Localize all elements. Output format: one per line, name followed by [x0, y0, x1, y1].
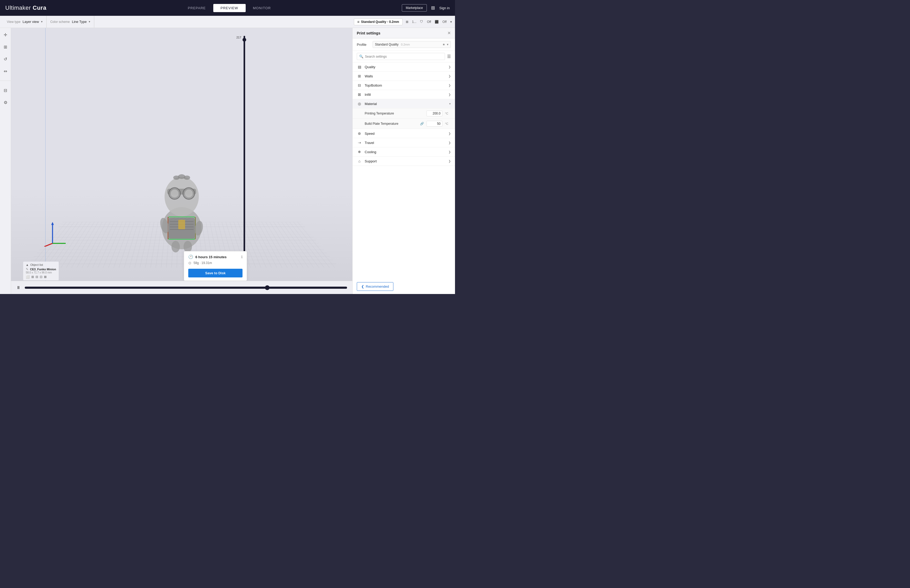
build-plate-value[interactable]: 50 — [427, 121, 442, 127]
color-scheme-label: Color scheme — [50, 20, 70, 24]
svg-marker-1 — [51, 222, 54, 225]
print-settings-panel: Print settings ✕ Profile Standard Qualit… — [352, 28, 455, 294]
profile-chevron[interactable]: ▾ — [447, 43, 448, 46]
scale-tool-icon[interactable]: ⊞ — [2, 43, 9, 50]
svg-line-2 — [44, 244, 52, 247]
material-chevron: ▾ — [449, 102, 451, 105]
panel-close-button[interactable]: ✕ — [448, 31, 451, 36]
settings-icon-sidebar[interactable]: ⚙ — [2, 99, 9, 106]
estimate-panel: 🕐 6 hours 15 minutes ℹ ⊙ 58g · 19.31m Sa… — [184, 251, 247, 281]
brand-regular: Ultimaker — [5, 5, 31, 11]
settings-item-speed[interactable]: ⊛ Speed ❯ — [352, 129, 455, 138]
support-setting-icon: ⌂ — [357, 159, 362, 163]
settings-icon: ≡ — [357, 20, 359, 24]
view-type-chevron[interactable]: ▾ — [41, 20, 43, 23]
signin-button[interactable]: Sign in — [439, 6, 450, 10]
slider-track — [244, 36, 245, 278]
recommended-button[interactable]: ❮ Recommended — [357, 282, 393, 291]
move-tool-icon[interactable]: ✛ — [2, 31, 9, 39]
nav-right: Marketplace ⊞ Sign in — [402, 4, 450, 11]
obj-icon-3[interactable]: ⊟ — [36, 275, 38, 279]
quality-badge: ≡ Standard Quality - 0.2mm — [354, 18, 402, 25]
toolbar-icons: ⊠ 1... ⛉ Off ⬛ Off ▾ — [406, 20, 452, 24]
settings-item-support[interactable]: ⌂ Support ❯ — [352, 157, 455, 166]
settings-item-infill[interactable]: ⊠ Infill ❯ — [352, 90, 455, 99]
mirror-tool-icon[interactable]: ⇔ — [2, 67, 9, 75]
color-scheme-select[interactable]: Line Type — [72, 20, 87, 24]
profile-row: Profile Standard Quality 0.2mm ★ ▾ — [352, 39, 455, 51]
marketplace-button[interactable]: Marketplace — [402, 4, 427, 11]
infill-icon: ⊠ — [406, 20, 408, 24]
svg-point-13 — [184, 176, 190, 180]
search-input[interactable] — [365, 55, 443, 58]
material-icon: ◎ — [357, 102, 362, 106]
color-scheme-section: Color scheme Line Type ▾ — [47, 16, 94, 27]
clock-icon: 🕐 — [188, 255, 193, 259]
estimate-time: 6 hours 15 minutes — [196, 255, 226, 259]
obj-icon-5[interactable]: ⊠ — [44, 275, 47, 279]
view-type-section: View type Layer view ▾ — [3, 16, 47, 27]
axes-indicator — [43, 220, 69, 247]
tab-prepare[interactable]: PREPARE — [180, 4, 213, 12]
weight-icon: ⊙ — [188, 261, 191, 265]
tab-monitor[interactable]: MONITOR — [246, 4, 278, 12]
link-icon[interactable]: 🔗 — [420, 122, 424, 126]
object-list-chevron[interactable]: ▲ — [26, 263, 29, 267]
obj-icon-2[interactable]: ⊞ — [31, 275, 34, 279]
printing-temp-value[interactable]: 200.0 — [427, 111, 442, 116]
settings-item-walls[interactable]: ⊞ Walls ❯ — [352, 72, 455, 81]
adhesion-icon: ⬛ — [435, 20, 439, 24]
topbottom-chevron: ❯ — [448, 84, 451, 87]
walls-icon: ⊞ — [357, 74, 362, 78]
settings-item-travel[interactable]: ⇢ Travel ❯ — [352, 138, 455, 147]
model-3d — [151, 155, 212, 255]
printing-temp-label: Printing Temperature — [365, 111, 424, 115]
settings-item-cooling[interactable]: ❄ Cooling ❯ — [352, 147, 455, 157]
toolbar: View type Layer view ▾ Color scheme Line… — [0, 16, 455, 28]
search-icon: 🔍 — [359, 55, 364, 58]
save-to-disk-button[interactable]: Save to Disk — [188, 269, 242, 278]
settings-item-quality[interactable]: ▤ Quality ❯ — [352, 62, 455, 72]
view-type-select[interactable]: Layer view — [23, 20, 39, 24]
play-button[interactable]: ⏸ — [16, 285, 21, 290]
travel-icon: ⇢ — [357, 141, 362, 145]
viewport: 217 ▲ Object list ✎ CE3_Funko Minion 58.… — [11, 28, 352, 294]
build-plate-unit: °C — [445, 122, 451, 125]
support-value: Off — [427, 20, 431, 24]
toolbar-chevron[interactable]: ▾ — [450, 20, 452, 24]
slider-thumb-top[interactable] — [242, 38, 246, 42]
settings-item-topbottom[interactable]: ⊟ Top/Bottom ❯ — [352, 81, 455, 90]
infill-setting-icon: ⊠ — [357, 92, 362, 97]
profile-label: Profile — [357, 43, 370, 47]
settings-list: ▤ Quality ❯ ⊞ Walls ❯ ⊟ Top/Bottom ❯ ⊠ I… — [352, 62, 455, 279]
travel-label: Travel — [365, 141, 446, 145]
grid-icon[interactable]: ⊞ — [431, 5, 435, 11]
left-sidebar: ✛ ⊞ ↺ ⇔ ⊟ ⚙ — [0, 28, 11, 294]
tab-preview[interactable]: PREVIEW — [213, 4, 246, 12]
filter-icon[interactable]: ☰ — [447, 54, 451, 59]
profile-version: 0.2mm — [401, 43, 410, 46]
obj-icon-1[interactable]: ⬜ — [26, 275, 30, 279]
toolbar-right: ≡ Standard Quality - 0.2mm ⊠ 1... ⛉ Off … — [354, 18, 452, 25]
progress-thumb[interactable] — [265, 285, 270, 290]
star-icon[interactable]: ★ — [442, 43, 445, 46]
build-plate-label: Build Plate Temperature — [365, 122, 417, 126]
settings-item-material[interactable]: ◎ Material ▾ — [352, 99, 455, 108]
color-scheme-chevron[interactable]: ▾ — [89, 20, 91, 23]
info-icon[interactable]: ℹ — [241, 255, 242, 259]
view-type-label: View type — [7, 20, 21, 24]
infill-setting-label: Infill — [365, 93, 446, 97]
layer-slider[interactable]: 217 — [242, 36, 246, 278]
printing-temp-unit: °C — [445, 112, 451, 115]
search-row: 🔍 ☰ — [352, 51, 455, 62]
speed-icon: ⊛ — [357, 131, 362, 136]
group-icon[interactable]: ⊟ — [2, 87, 9, 94]
quality-chevron: ❯ — [448, 65, 451, 69]
adhesion-value: Off — [442, 20, 446, 24]
brand-bold: Cura — [33, 5, 46, 11]
obj-icon-4[interactable]: ⊡ — [40, 275, 42, 279]
cooling-chevron: ❯ — [448, 150, 451, 154]
profile-select[interactable]: Standard Quality 0.2mm ★ ▾ — [373, 41, 451, 48]
rotate-tool-icon[interactable]: ↺ — [2, 55, 9, 63]
progress-track[interactable] — [25, 287, 347, 289]
